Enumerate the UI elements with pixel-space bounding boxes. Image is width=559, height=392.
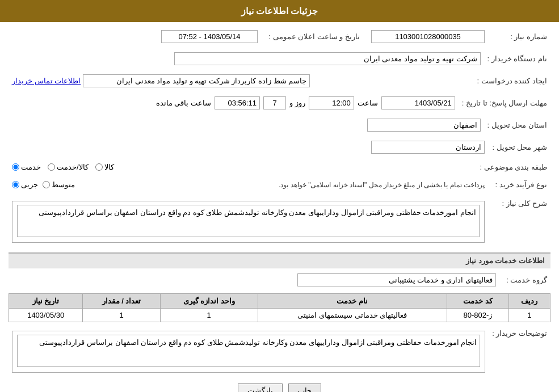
mohlatSaatBaghi-input[interactable] [215, 96, 260, 109]
col-tedad: تعداد / مقدار [83, 294, 160, 309]
sharehKolli-textarea[interactable]: انجام امورخدمات حفاظتی ومراقبتی ازاموال … [17, 205, 480, 237]
ostan-label: استان محل تحویل : [484, 116, 550, 134]
noeFarayand-label: نوع فرآیند خرید : [488, 178, 550, 191]
cell-kodKhidmat: ز-802-80 [447, 309, 508, 322]
info-table-row3: ایجاد کننده درخواست : اطلاعات تماس خریدا… [9, 72, 550, 90]
ijadKonande-input[interactable] [83, 74, 310, 87]
radio-kala-khidmat-label: کالا/خدمت [57, 163, 89, 171]
radio-khidmat-label: خدمت [21, 163, 41, 171]
button-row: چاپ بازگشت [9, 383, 550, 392]
info-table-row2: نام دستگاه خریدار : [9, 50, 550, 68]
page-header: جزئیات اطلاعات نیاز [0, 0, 559, 22]
col-namKhidmat: نام خدمت [258, 294, 447, 309]
content-area: شماره نیاز : تاریخ و ساعت اعلان عمومی : … [0, 22, 559, 392]
radio-kala-label: کالا [104, 163, 114, 171]
col-tarikh: تاریخ نیاز [9, 294, 83, 309]
info-table-row4: مهلت ارسال پاسخ: تا تاریخ : ساعت روز و س… [9, 94, 550, 112]
radio-mottaset-item: متوسط [43, 180, 75, 189]
radio-kala[interactable] [95, 163, 103, 171]
cell-vahed: 1 [160, 309, 258, 322]
ijadKonande-label: ایجاد کننده درخواست : [474, 72, 550, 90]
info-table-shareh: شرح کلی نیاز : انجام امورخدمات حفاظتی وم… [9, 196, 550, 248]
col-kodKhidmat: کد خدمت [447, 294, 508, 309]
info-table-row7: طبقه بندی موضوعی : کالا کالا/خدمت خدمت [9, 161, 550, 174]
tosifat-section: انجام امورخدمات حفاظتی ومراقبتی ازاموال … [12, 331, 485, 373]
info-table-row5: استان محل تحویل : [9, 116, 550, 134]
radio-jozee-item: جزیی [12, 180, 38, 189]
radio-kala-khidmat-item: کالا/خدمت [48, 163, 89, 171]
table-row: 1 ز-802-80 فعالیتهای خدماتی سیستمهای امن… [9, 309, 550, 322]
info-table-tosifat: توضیحات خریدار : انجام امورخدمات حفاظتی … [9, 326, 550, 378]
ettelaatTamas-link[interactable]: اطلاعات تماس خریدار [12, 77, 81, 85]
mohlatSaat-input[interactable] [309, 96, 354, 109]
radio-jozee[interactable] [12, 181, 19, 188]
radio-mottaset-label: متوسط [52, 180, 75, 189]
radio-jozee-label: جزیی [21, 180, 38, 189]
tarikhVaSaat-input[interactable] [161, 30, 258, 43]
mohlatLabel: مهلت ارسال پاسخ: تا تاریخ : [459, 94, 550, 112]
saat-label: ساعت [358, 99, 378, 107]
tosifat-textarea[interactable]: انجام امورخدمات حفاظتی ومراقبتی ازاموال … [17, 335, 480, 367]
col-radif: ردیف [508, 294, 550, 309]
chap-button[interactable]: چاپ [288, 383, 321, 392]
shahr-input[interactable] [371, 141, 485, 154]
namDastgah-label: نام دستگاه خریدار : [484, 50, 550, 68]
grouhKhidmat-input[interactable] [297, 273, 496, 286]
cell-namKhidmat: فعالیتهای خدماتی سیستمهای امنیتی [258, 309, 447, 322]
grouhKhidmat-label: گروه خدمت : [499, 271, 550, 289]
sharehKolli-label: شرح کلی نیاز : [488, 196, 550, 248]
mohlatTarikh-input[interactable] [381, 96, 455, 109]
info-table-grouhKhidmat: گروه خدمت : [9, 271, 550, 289]
tabaqe-label: طبقه بندی موضوعی : [477, 161, 550, 174]
bazgasht-button[interactable]: بازگشت [238, 383, 283, 392]
mohlatRoz-input[interactable] [263, 96, 286, 109]
col-vahed: واحد اندازه گیری [160, 294, 258, 309]
saatBaghiMande-label: ساعت باقی مانده [156, 99, 211, 107]
radio-kala-item: کالا [95, 163, 114, 171]
roz-label: روز و [289, 99, 305, 107]
shahr-label: شهر محل تحویل : [488, 138, 550, 156]
info-table-row6: شهر محل تحویل : [9, 138, 550, 156]
info-table-row8: نوع فرآیند خرید : پرداخت تمام یا بخشی از… [9, 178, 550, 191]
namDastgah-input[interactable] [174, 52, 481, 65]
radio-kala-khidmat[interactable] [48, 163, 55, 171]
cell-radif: 1 [508, 309, 550, 322]
radio-mottaset[interactable] [43, 181, 50, 188]
page-wrapper: جزئیات اطلاعات نیاز شماره نیاز : تاریخ و… [0, 0, 559, 392]
cell-tedad: 1 [83, 309, 160, 322]
ettelaKhidmat-section-title: اطلاعات خدمات مورد نیاز [9, 252, 550, 268]
radio-khidmat-item: خدمت [12, 163, 41, 171]
ostan-input[interactable] [367, 119, 481, 132]
shomareNiaz-input[interactable] [371, 30, 485, 43]
cell-tarikh: 1403/05/30 [9, 309, 83, 322]
info-table-row1: شماره نیاز : تاریخ و ساعت اعلان عمومی : [9, 28, 550, 45]
tosifat-label: توضیحات خریدار : [489, 326, 550, 378]
noeFarayand-text: پرداخت تمام یا بخشی از مبلغ خریداز محل "… [79, 181, 485, 189]
services-table: ردیف کد خدمت نام خدمت واحد اندازه گیری ت… [9, 293, 550, 322]
radio-khidmat[interactable] [12, 163, 19, 171]
tarikhVaSaat-label: تاریخ و ساعت اعلان عمومی : [261, 28, 363, 45]
sharehKolli-section: انجام امورخدمات حفاظتی ومراقبتی ازاموال … [12, 201, 485, 243]
header-title: جزئیات اطلاعات نیاز [241, 6, 318, 16]
shomareNiaz-label: شماره نیاز : [488, 28, 550, 45]
